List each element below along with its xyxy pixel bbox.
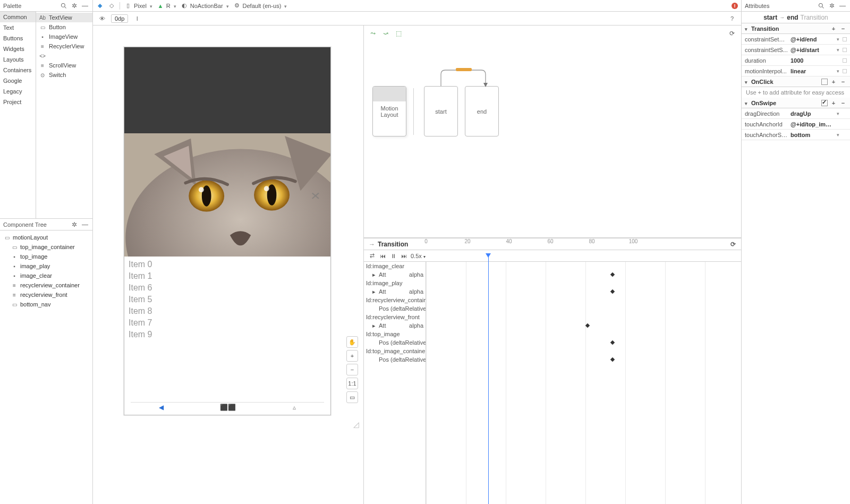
attr-value[interactable]: @+id/start	[790, 47, 833, 53]
zoom-out-icon[interactable]: −	[346, 364, 358, 375]
timeline-id-row[interactable]: Id:top_image_container	[364, 347, 426, 355]
attribute-row[interactable]: duration1000	[742, 55, 850, 66]
timeline-track[interactable]	[426, 347, 741, 355]
speed-select[interactable]: 0.5x ▾	[411, 253, 426, 259]
tree-node[interactable]: ≡recyclerview_container	[0, 280, 92, 290]
palette-item[interactable]: <>	[36, 51, 92, 61]
attr-value[interactable]: linear	[790, 68, 833, 74]
tree-node[interactable]: ▪top_image	[0, 252, 92, 261]
skip-start-icon[interactable]: ⏮	[379, 252, 386, 260]
device-selector[interactable]: ▯Pixel	[124, 2, 152, 10]
remove-icon[interactable]: −	[839, 100, 847, 106]
palette-category[interactable]: Layouts	[0, 54, 36, 65]
add-icon[interactable]: +	[830, 79, 837, 85]
theme-selector[interactable]: ◐NoActionBar	[181, 2, 229, 10]
flag-icon[interactable]	[843, 48, 847, 52]
timeline-track[interactable]	[426, 330, 741, 338]
search-icon[interactable]	[60, 2, 68, 10]
palette-category[interactable]: Buttons	[0, 33, 36, 44]
palette-item[interactable]: ▪ImageView	[36, 32, 92, 41]
loop-icon[interactable]: ⇄	[368, 252, 376, 260]
minimize-icon[interactable]: —	[81, 220, 89, 229]
attr-value[interactable]: @+id/end	[790, 36, 833, 42]
attr-value[interactable]: @+id/top_image_cont	[790, 121, 833, 127]
zoom-reset-icon[interactable]: 1:1	[346, 378, 358, 389]
attribute-row[interactable]: touchAnchorId@+id/top_image_cont	[742, 119, 850, 130]
search-icon[interactable]	[817, 2, 826, 10]
gear-icon[interactable]: ✲	[70, 2, 79, 10]
gear-icon[interactable]: ✲	[828, 2, 836, 10]
top-image[interactable]: ✕	[124, 133, 330, 257]
tree-node[interactable]: ▪image_clear	[0, 271, 92, 280]
attribute-row[interactable]: constraintSetEnd@+id/end▾	[742, 34, 850, 45]
palette-category[interactable]: Project	[0, 97, 36, 107]
cycle-icon[interactable]: ⟳	[728, 30, 736, 37]
add-constraint-icon[interactable]: ⤻	[382, 30, 389, 37]
palette-item[interactable]: AbTextView	[36, 13, 92, 22]
palette-item[interactable]: ≡ScrollView	[36, 61, 92, 70]
nav-up-icon[interactable]: ▵	[293, 404, 296, 411]
text-cursor-icon[interactable]: I	[133, 15, 141, 22]
list-item[interactable]: Item 8	[129, 305, 326, 317]
list-item[interactable]: Item 0	[129, 259, 326, 270]
timeline-id-row[interactable]: Id:top_image	[364, 330, 426, 338]
add-icon[interactable]: +	[830, 100, 837, 106]
nav-home-icon[interactable]: ⬛⬛	[220, 404, 236, 411]
onclick-checkbox[interactable]	[821, 79, 828, 85]
list-item[interactable]: Item 5	[129, 294, 326, 305]
timeline-track[interactable]	[426, 262, 741, 270]
palette-category[interactable]: Legacy	[0, 86, 36, 97]
minimize-icon[interactable]: —	[81, 2, 89, 10]
help-icon[interactable]: ?	[728, 15, 736, 22]
remove-icon[interactable]: −	[839, 25, 847, 32]
keyframe[interactable]	[585, 323, 590, 328]
timeline-track[interactable]	[426, 338, 741, 347]
add-icon[interactable]: +	[830, 25, 837, 32]
attr-value[interactable]: bottom	[790, 132, 833, 138]
timeline-track[interactable]	[426, 304, 741, 313]
list-item[interactable]: Item 6	[129, 282, 326, 294]
keyframe[interactable]	[610, 340, 615, 345]
bottom-nav[interactable]: ◀ ⬛⬛ ▵	[131, 402, 324, 412]
timeline-attr-row[interactable]: ▸Attalpha	[364, 321, 426, 330]
skip-end-icon[interactable]: ⏭	[400, 252, 407, 260]
palette-item[interactable]: ≡RecyclerView	[36, 41, 92, 51]
palette-category[interactable]: Common	[0, 12, 36, 22]
timeline-id-row[interactable]: Id:recyclerview_front	[364, 313, 426, 321]
list-item[interactable]: Item 9	[129, 329, 326, 340]
timeline-attr-row[interactable]: Pos (deltaRelative)	[364, 355, 426, 364]
keyframe[interactable]	[610, 357, 615, 362]
dropdown-icon[interactable]: ▾	[835, 132, 840, 138]
onswipe-checkbox[interactable]	[821, 100, 828, 106]
timeline-track[interactable]	[426, 355, 741, 364]
view-mode-design-icon[interactable]: ◆	[96, 2, 104, 10]
timeline-track[interactable]	[426, 287, 741, 296]
keyframe[interactable]	[610, 272, 615, 277]
tree-node[interactable]: ▭bottom_nav	[0, 300, 92, 309]
locale-selector[interactable]: ⚙Default (en-us)	[233, 2, 287, 10]
palette-item[interactable]: ▭Button	[36, 22, 92, 32]
view-mode-blueprint-icon[interactable]: ◇	[108, 2, 115, 10]
palette-item[interactable]: ⊙Switch	[36, 70, 92, 80]
timeline-attr-row[interactable]: Pos (deltaRelative)	[364, 304, 426, 313]
motion-layout-box[interactable]: Motion Layout	[372, 86, 406, 136]
attr-value[interactable]: 1000	[790, 57, 833, 64]
flag-icon[interactable]	[843, 58, 847, 63]
attribute-row[interactable]: motionInterpol...linear▾	[742, 66, 850, 76]
fit-icon[interactable]: ▭	[346, 391, 358, 403]
timeline-id-row[interactable]: Id:image_clear	[364, 262, 426, 270]
timeline-track[interactable]	[426, 296, 741, 304]
attr-value[interactable]: dragUp	[790, 110, 833, 117]
flag-icon[interactable]	[843, 69, 847, 73]
flag-icon[interactable]	[843, 37, 847, 41]
timeline-track[interactable]	[426, 270, 741, 279]
section-onswipe[interactable]: OnSwipe + −	[742, 98, 850, 108]
timeline-attr-row[interactable]: Pos (deltaRelative)	[364, 338, 426, 347]
keyframe[interactable]	[610, 289, 615, 294]
nav-back-icon[interactable]: ◀	[159, 404, 164, 411]
dropdown-icon[interactable]: ▾	[835, 111, 840, 116]
tree-node[interactable]: ▪image_play	[0, 261, 92, 271]
tree-node[interactable]: ≡recyclerview_front	[0, 290, 92, 300]
palette-category[interactable]: Containers	[0, 65, 36, 75]
timeline-attr-row[interactable]: ▸Attalpha	[364, 287, 426, 296]
